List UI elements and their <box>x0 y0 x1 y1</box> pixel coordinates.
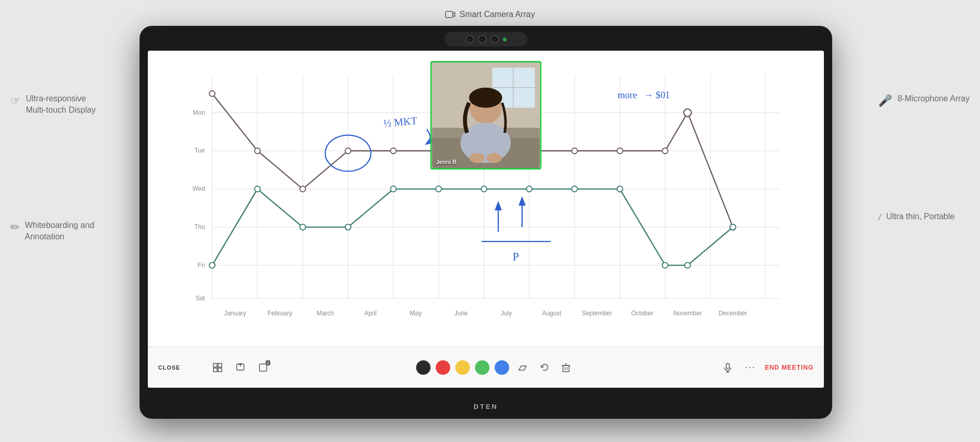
svg-point-48 <box>617 148 623 154</box>
svg-point-63 <box>685 263 691 268</box>
multitouch-line1: Ultra-responsive <box>26 93 96 104</box>
color-dark[interactable] <box>416 360 431 375</box>
color-palette <box>278 359 713 376</box>
person-video <box>432 63 540 168</box>
svg-point-55 <box>345 224 351 230</box>
svg-text:February: February <box>267 310 292 317</box>
camera-status-light <box>503 38 507 41</box>
svg-point-50 <box>684 109 692 117</box>
svg-point-81 <box>469 88 502 108</box>
svg-text:Fri: Fri <box>198 262 205 269</box>
video-overlay: Jenni B <box>431 61 542 170</box>
touch-icon: ☞ <box>10 94 21 108</box>
svg-text:May: May <box>410 310 422 317</box>
moon-icon <box>190 362 200 373</box>
svg-point-39 <box>209 90 215 96</box>
svg-text:January: January <box>224 310 246 317</box>
svg-text:October: October <box>631 310 653 317</box>
right-features: 🎤 8-Microphone Array / Ultra thin, Porta… <box>878 93 970 223</box>
smart-camera-text: Smart Camera Array <box>460 10 535 19</box>
svg-text:Mon: Mon <box>193 109 205 116</box>
svg-point-49 <box>662 148 668 154</box>
svg-point-83 <box>486 153 501 163</box>
svg-point-64 <box>730 224 736 230</box>
badge-count: 2 <box>266 360 270 365</box>
portable-feature: / Ultra thin, Portable <box>878 211 955 223</box>
svg-point-82 <box>469 153 484 163</box>
color-blue[interactable] <box>495 360 509 375</box>
color-yellow[interactable] <box>455 360 470 375</box>
grid-button[interactable] <box>209 359 226 376</box>
end-meeting-button[interactable]: END MEETING <box>765 364 814 371</box>
video-participant-label: Jenni B <box>436 159 457 165</box>
mic-icon <box>723 362 733 373</box>
camera-lens-center <box>478 35 486 43</box>
screen-content: Mon Tue Wed Thu Fri Sat January February… <box>148 51 824 388</box>
toolbar: CLOSE <box>148 346 824 388</box>
smart-camera-label: Smart Camera Array <box>445 9 535 20</box>
left-features: ☞ Ultra-responsive Multi-touch Display ✏… <box>10 93 96 243</box>
mic-button[interactable] <box>719 359 736 376</box>
color-green[interactable] <box>475 360 489 375</box>
svg-rect-95 <box>726 363 729 369</box>
moon-button[interactable] <box>187 359 203 376</box>
svg-text:Wed: Wed <box>192 185 205 192</box>
brand-label: DTEN <box>473 403 498 410</box>
svg-text:Sat: Sat <box>196 295 206 302</box>
svg-point-59 <box>526 186 532 192</box>
svg-text:August: August <box>542 310 562 317</box>
svg-rect-85 <box>218 363 222 367</box>
microphone-icon: 🎤 <box>878 94 892 108</box>
svg-text:March: March <box>316 310 333 317</box>
svg-text:July: July <box>501 310 512 317</box>
svg-point-41 <box>300 186 305 192</box>
pencil-icon: ✏ <box>10 221 20 234</box>
undo-icon <box>539 362 550 373</box>
monitor-frame: Mon Tue Wed Thu Fri Sat January February… <box>140 26 832 419</box>
svg-text:September: September <box>582 310 612 317</box>
svg-point-42 <box>345 148 351 154</box>
close-button[interactable]: CLOSE <box>158 364 180 371</box>
svg-rect-90 <box>563 365 569 372</box>
trash-button[interactable] <box>558 359 574 376</box>
multitouch-line2: Multi-touch Display <box>26 104 96 116</box>
svg-rect-0 <box>446 11 453 18</box>
svg-point-43 <box>390 148 396 154</box>
eraser-icon <box>517 362 528 373</box>
whiteboard-line2: Annotation <box>25 231 94 242</box>
undo-button[interactable] <box>536 359 553 376</box>
svg-point-57 <box>436 186 441 192</box>
trash-icon <box>560 362 572 373</box>
svg-text:December: December <box>718 310 747 317</box>
svg-point-58 <box>481 186 487 192</box>
camera-lens-right <box>491 35 499 43</box>
whiteboard-feature: ✏ Whiteboarding and Annotation <box>10 220 96 243</box>
eraser-button[interactable] <box>514 359 531 376</box>
svg-marker-1 <box>453 12 455 17</box>
whiteboard-line1: Whiteboarding and <box>25 220 94 231</box>
svg-point-62 <box>662 263 668 268</box>
svg-text:April: April <box>364 310 377 317</box>
svg-point-56 <box>390 186 396 192</box>
microphone-text: 8-Microphone Array <box>897 93 970 104</box>
color-red[interactable] <box>436 360 450 375</box>
svg-text:Thu: Thu <box>194 223 205 231</box>
svg-point-52 <box>209 263 215 268</box>
svg-text:Tue: Tue <box>194 147 205 154</box>
svg-text:June: June <box>454 310 468 317</box>
svg-rect-87 <box>218 368 222 372</box>
camera-bar <box>445 32 527 47</box>
more-button[interactable]: ··· <box>742 359 759 376</box>
screen: Mon Tue Wed Thu Fri Sat January February… <box>148 51 824 388</box>
svg-rect-86 <box>213 368 217 372</box>
toolbar-right: ··· END MEETING <box>719 359 814 376</box>
svg-point-80 <box>461 123 511 163</box>
share-button[interactable] <box>232 359 249 376</box>
svg-point-47 <box>572 148 577 154</box>
svg-point-40 <box>255 148 261 154</box>
svg-point-54 <box>300 224 305 230</box>
badge-button[interactable]: 2 <box>255 359 271 376</box>
camera-lens-left <box>466 35 474 43</box>
multitouch-feature: ☞ Ultra-responsive Multi-touch Display <box>10 93 96 116</box>
portable-text: Ultra thin, Portable <box>886 211 955 222</box>
